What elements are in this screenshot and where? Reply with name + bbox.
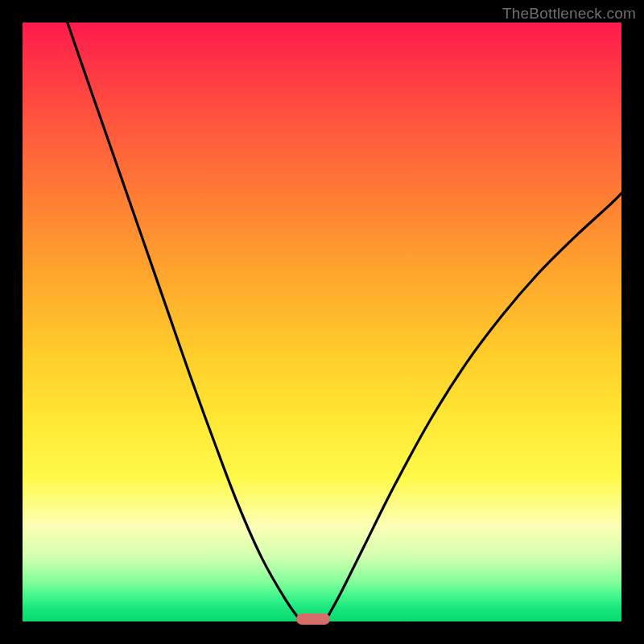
- optimum-marker: [296, 613, 330, 625]
- bottleneck-curve: [23, 23, 621, 621]
- curve-right-branch: [325, 193, 621, 621]
- curve-left-branch: [68, 23, 301, 621]
- watermark-text: TheBottleneck.com: [502, 5, 636, 23]
- chart-area: [23, 23, 621, 621]
